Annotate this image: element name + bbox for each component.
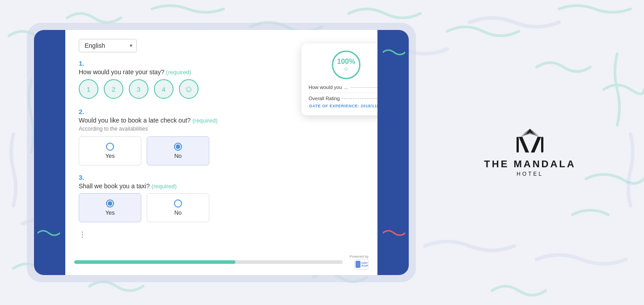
question-3-options: Yes No	[79, 193, 364, 222]
overall-dots	[342, 98, 377, 99]
rating-1[interactable]: 1	[79, 79, 98, 99]
score-circle: 100% ☺	[332, 51, 360, 79]
overall-label: Overall Rating	[309, 96, 340, 101]
question-2: 2. Would you like to book a late check o…	[79, 108, 364, 165]
radio-yes-icon	[106, 143, 114, 151]
page-layout: EnglishDeutschFrançaisEspañol ▾ 1. How w…	[0, 0, 644, 305]
progress-bar-track	[74, 260, 343, 264]
radio-yes2-icon	[106, 199, 114, 208]
svg-rect-3	[356, 261, 360, 268]
review-overall-row: Overall Rating 5	[309, 96, 377, 101]
review-row-1: How would you rate yo... 5	[309, 85, 377, 90]
progress-area: Powered by CUSTOMER ALLIANCE	[65, 249, 377, 275]
yes-label: Yes	[105, 152, 114, 159]
powered-by: Powered by CUSTOMER ALLIANCE	[350, 254, 369, 270]
review-date: DATE OF EXPERIENCE: 2018/11/14	[309, 104, 377, 108]
radio-no2-icon	[174, 199, 182, 208]
hotel-branding: THE MANDALA HOTEL	[416, 128, 617, 177]
review-divider	[309, 93, 377, 93]
question-3: 3. Shall we book you a taxi? (required) …	[79, 174, 364, 222]
question-3-text: Shall we book you a taxi? (required)	[79, 182, 364, 190]
question-2-options: Yes No	[79, 136, 364, 165]
sidebar-right	[377, 30, 409, 275]
rating-5[interactable]: ☺	[179, 79, 199, 99]
question-2-no[interactable]: No	[147, 136, 209, 165]
progress-bar-fill	[74, 260, 235, 264]
rating-2[interactable]: 2	[104, 79, 123, 99]
mandala-icon	[512, 128, 548, 155]
customer-alliance-logo: CUSTOMER ALLIANCE	[354, 259, 369, 270]
language-dropdown[interactable]: EnglishDeutschFrançaisEspañol	[79, 39, 137, 52]
svg-text:ALLIANCE: ALLIANCE	[361, 264, 368, 267]
survey-outer: EnglishDeutschFrançaisEspañol ▾ 1. How w…	[27, 23, 416, 282]
question-3-number: 3.	[79, 174, 364, 181]
svg-marker-8	[519, 137, 529, 152]
survey-content: EnglishDeutschFrançaisEspañol ▾ 1. How w…	[65, 30, 377, 275]
review-card: 100% ☺ How would you rate yo... 5 Overal…	[301, 43, 377, 115]
question-2-yes[interactable]: Yes	[79, 136, 141, 165]
score-percent: 100%	[337, 58, 356, 66]
more-dots: ⋮	[79, 230, 364, 239]
hotel-name: THE MANDALA	[484, 158, 576, 170]
svg-rect-7	[541, 137, 543, 152]
svg-rect-6	[517, 137, 519, 152]
no2-label: No	[174, 209, 182, 216]
powered-by-text: Powered by	[350, 254, 369, 259]
hotel-subtitle: HOTEL	[517, 171, 543, 177]
question-2-hint: According to the availabilities	[79, 126, 364, 132]
hotel-logo-area: THE MANDALA HOTEL	[484, 128, 576, 177]
score-smiley: ☺	[343, 66, 349, 72]
yes2-label: Yes	[105, 209, 114, 216]
survey-card: EnglishDeutschFrançaisEspañol ▾ 1. How w…	[34, 30, 409, 275]
rating-3[interactable]: 3	[129, 79, 148, 99]
radio-no-icon	[174, 143, 182, 151]
review-score: 100% ☺	[309, 51, 377, 79]
question-2-text: Would you like to book a late check out?…	[79, 117, 364, 124]
review-row1-dots	[351, 87, 377, 88]
no-label: No	[174, 152, 182, 159]
svg-marker-9	[531, 137, 541, 152]
question-3-no[interactable]: No	[147, 193, 209, 222]
review-row1-label: How would you rate yo...	[309, 85, 349, 90]
sidebar-left	[34, 30, 65, 275]
rating-4[interactable]: 4	[154, 79, 174, 99]
question-3-yes[interactable]: Yes	[79, 193, 141, 222]
